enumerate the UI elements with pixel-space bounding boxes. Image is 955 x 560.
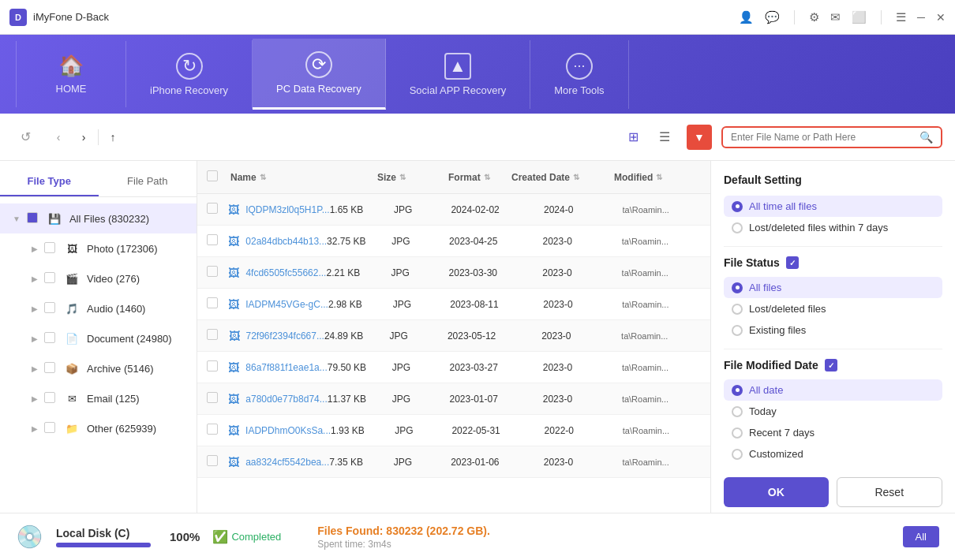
row-name-0[interactable]: 🖼 IQDPM3zl0q5H1P... bbox=[228, 203, 330, 216]
table-row[interactable]: 🖼 86a7f881f1eae1a... 79.50 KB JPG 2023-0… bbox=[197, 352, 710, 383]
header-check[interactable] bbox=[207, 170, 230, 184]
row-check-1[interactable] bbox=[207, 234, 228, 248]
row-name-8[interactable]: 🖼 aa8324cf5542bea... bbox=[228, 456, 329, 469]
header-date[interactable]: Created Date ⇅ bbox=[511, 172, 614, 183]
filter-all-date[interactable]: All date bbox=[724, 379, 942, 401]
row-check-5[interactable] bbox=[207, 360, 228, 374]
face-icon[interactable]: 👤 bbox=[739, 10, 754, 24]
header-modified[interactable]: Modified ⇅ bbox=[614, 172, 701, 183]
filter-lost-files[interactable]: Lost/deleted files bbox=[724, 298, 942, 319]
sidebar-item-archive[interactable]: ▶ 📦 Archive (5146) bbox=[0, 353, 197, 383]
expand-arrow-video: ▶ bbox=[32, 274, 38, 283]
photo-icon: 🖼 bbox=[63, 240, 81, 257]
row-check-8[interactable] bbox=[207, 455, 228, 469]
mail-icon[interactable]: ✉ bbox=[830, 10, 841, 24]
filter-button[interactable]: ▼ bbox=[687, 125, 712, 150]
filter-customized[interactable]: Customized bbox=[724, 443, 942, 465]
filter-lost-7days[interactable]: Lost/deleted files within 7 days bbox=[724, 217, 942, 238]
forward-arrow[interactable]: › bbox=[73, 126, 95, 148]
header-format[interactable]: Format ⇅ bbox=[448, 172, 511, 183]
reset-button[interactable]: Reset bbox=[837, 477, 943, 507]
row-check-6[interactable] bbox=[207, 392, 228, 405]
search-input[interactable] bbox=[731, 132, 915, 143]
row-name-5[interactable]: 🖼 86a7f881f1eae1a... bbox=[228, 361, 327, 374]
search-box[interactable]: 🔍 bbox=[721, 126, 942, 148]
filter-existing-files[interactable]: Existing files bbox=[724, 319, 942, 341]
table-row[interactable]: 🖼 4fcd6505fc55662... 2.21 KB JPG 2023-03… bbox=[197, 257, 710, 289]
nav-pc[interactable]: ⟳ PC Data Recovery bbox=[253, 39, 386, 110]
table-row[interactable]: 🖼 a780d0e77b8d74... 11.37 KB JPG 2023-01… bbox=[197, 383, 710, 415]
sidebar-item-all-files[interactable]: ▼ 💾 All Files (830232) bbox=[0, 203, 197, 233]
date-checkbox[interactable]: ✓ bbox=[825, 359, 837, 371]
expand-arrow-document: ▶ bbox=[32, 334, 38, 343]
discord-icon[interactable]: 💬 bbox=[765, 10, 780, 24]
filter-all-time[interactable]: All time all files bbox=[724, 196, 942, 217]
row-name-4[interactable]: 🖼 72f96f2394fc667... bbox=[229, 330, 324, 342]
checkbox-all[interactable] bbox=[27, 212, 39, 225]
checkbox-video[interactable] bbox=[44, 272, 57, 285]
checkbox-email[interactable] bbox=[44, 392, 57, 405]
table-row[interactable]: 🖼 IQDPM3zl0q5H1P... 1.65 KB JPG 2024-02-… bbox=[197, 194, 710, 226]
checkbox-document[interactable] bbox=[44, 332, 57, 345]
table-row[interactable]: 🖼 72f96f2394fc667... 24.89 KB JPG 2023-0… bbox=[197, 320, 710, 352]
filter-recent7[interactable]: Recent 7 days bbox=[724, 422, 942, 443]
checkbox-archive[interactable] bbox=[44, 362, 57, 375]
nav-social[interactable]: ▲ Social APP Recovery bbox=[386, 40, 531, 109]
filter-customized-label: Customized bbox=[749, 448, 803, 460]
row-name-6[interactable]: 🖼 a780d0e77b8d74... bbox=[228, 393, 327, 405]
row-modified-8: 2023-0 bbox=[544, 457, 623, 468]
header-size[interactable]: Size ⇅ bbox=[377, 172, 448, 183]
checkbox-photo[interactable] bbox=[44, 242, 57, 255]
pc-icon: ⟳ bbox=[305, 51, 332, 78]
file-table-area: Name ⇅ Size ⇅ Format ⇅ Created Date ⇅ Mo… bbox=[197, 161, 710, 513]
row-name-3[interactable]: 🖼 IADPM45VGe-gC... bbox=[228, 298, 328, 311]
filter-all-files[interactable]: All files bbox=[724, 277, 942, 298]
sidebar-item-email[interactable]: ▶ ✉ Email (125) bbox=[0, 383, 197, 413]
sidebar-item-other[interactable]: ▶ 📁 Other (625939) bbox=[0, 413, 197, 443]
row-name-7[interactable]: 🖼 IADPDhmO0KsSa... bbox=[228, 424, 331, 437]
table-row[interactable]: 🖼 IADPM45VGe-gC... 2.98 KB JPG 2023-08-1… bbox=[197, 289, 710, 320]
row-name-1[interactable]: 🖼 02a84dbcb44b13... bbox=[228, 235, 327, 248]
back-arrow[interactable]: ‹ bbox=[47, 126, 69, 148]
row-check-4[interactable] bbox=[207, 329, 229, 342]
tab-file-path[interactable]: File Path bbox=[99, 167, 197, 196]
nav-more[interactable]: ··· More Tools bbox=[530, 40, 628, 109]
status-checkbox[interactable]: ✓ bbox=[786, 256, 799, 269]
sidebar-item-audio[interactable]: ▶ 🎵 Audio (1460) bbox=[0, 293, 197, 323]
sidebar-item-document[interactable]: ▶ 📄 Document (24980) bbox=[0, 323, 197, 353]
file-type-icon: 🖼 bbox=[228, 424, 239, 437]
row-check-0[interactable] bbox=[207, 203, 228, 216]
list-view-button[interactable]: ☰ bbox=[652, 125, 677, 150]
table-row[interactable]: 🖼 02a84dbcb44b13... 32.75 KB JPG 2023-04… bbox=[197, 226, 710, 257]
up-arrow[interactable]: ↑ bbox=[102, 126, 124, 148]
file-name-text: IQDPM3zl0q5H1P... bbox=[245, 204, 330, 215]
ok-button[interactable]: OK bbox=[724, 477, 829, 507]
tab-file-type[interactable]: File Type bbox=[0, 167, 99, 196]
close-button[interactable]: ✕ bbox=[936, 11, 946, 24]
header-name[interactable]: Name ⇅ bbox=[230, 172, 377, 183]
settings-icon[interactable]: ⚙ bbox=[809, 10, 819, 24]
checkbox-audio[interactable] bbox=[44, 302, 57, 315]
minimize-button[interactable]: ─ bbox=[917, 11, 925, 24]
sidebar-item-video[interactable]: ▶ 🎬 Video (276) bbox=[0, 263, 197, 293]
nav-home[interactable]: 🏠 HOME bbox=[16, 41, 126, 107]
table-row[interactable]: 🖼 aa8324cf5542bea... 7.35 KB JPG 2023-01… bbox=[197, 446, 710, 478]
row-check-3[interactable] bbox=[207, 297, 228, 311]
search-icon[interactable]: 🔍 bbox=[919, 131, 933, 144]
table-row[interactable]: 🖼 IADPDhmO0KsSa... 1.93 KB JPG 2022-05-3… bbox=[197, 415, 710, 446]
row-name-2[interactable]: 🖼 4fcd6505fc55662... bbox=[228, 267, 326, 279]
checkbox-other[interactable] bbox=[44, 422, 57, 435]
sidebar-item-photo[interactable]: ▶ 🖼 Photo (172306) bbox=[0, 233, 197, 263]
grid-view-button[interactable]: ⊞ bbox=[620, 125, 646, 150]
window-icon[interactable]: ⬜ bbox=[852, 10, 867, 24]
undo-button[interactable]: ↺ bbox=[13, 125, 38, 150]
row-size-2: 2.21 KB bbox=[326, 267, 391, 278]
row-check-2[interactable] bbox=[207, 266, 228, 279]
row-check-7[interactable] bbox=[207, 424, 228, 437]
select-all-button[interactable]: All bbox=[903, 526, 939, 547]
menu-icon[interactable]: ☰ bbox=[896, 10, 906, 24]
nav-iphone[interactable]: ↻ iPhone Recovery bbox=[126, 40, 253, 109]
filter-today[interactable]: Today bbox=[724, 401, 942, 422]
expand-arrow: ▼ bbox=[13, 215, 21, 223]
file-name-text: 02a84dbcb44b13... bbox=[245, 236, 327, 247]
